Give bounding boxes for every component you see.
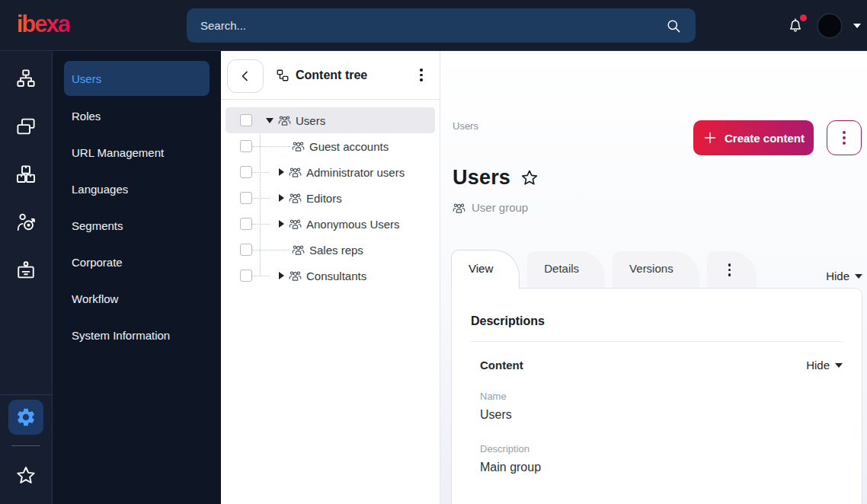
menu-item-label: System Information [72, 329, 170, 342]
tab-label: Details [544, 262, 579, 275]
tree-row-users[interactable]: Users [226, 107, 435, 133]
bookmarks-button[interactable] [8, 458, 43, 493]
user-menu-caret-icon[interactable] [853, 24, 861, 28]
content-tree-panel: Content tree Users Guest accounts [221, 51, 440, 504]
top-bar: ibexa [0, 0, 867, 51]
global-search[interactable] [187, 8, 696, 43]
tab-more-options[interactable] [707, 251, 757, 289]
menu-item-segments[interactable]: Segments [64, 207, 210, 244]
tab-details[interactable]: Details [527, 251, 605, 289]
user-group-icon [289, 270, 302, 282]
user-group-icon [289, 166, 302, 178]
notifications-button[interactable] [786, 16, 806, 36]
menu-item-workflow[interactable]: Workflow [64, 280, 210, 317]
tree-row-sales-reps[interactable]: Sales reps [226, 237, 435, 263]
menu-item-users[interactable]: Users [64, 61, 210, 96]
breadcrumb[interactable]: Users [453, 120, 478, 132]
row-checkbox[interactable] [240, 270, 252, 282]
menu-item-label: Users [72, 72, 101, 85]
tree-row-label: Sales reps [309, 244, 363, 257]
ibexa-logo[interactable]: ibexa [17, 11, 69, 38]
tab-label: Versions [629, 262, 673, 275]
expander-down-icon[interactable] [266, 118, 274, 123]
menu-item-label: Segments [72, 219, 123, 232]
tree-guide [252, 146, 290, 147]
row-checkbox[interactable] [240, 166, 252, 178]
user-group-icon [289, 218, 302, 230]
tree-row-label: Consultants [306, 270, 366, 282]
tree-icon [276, 69, 290, 82]
rail-divider [0, 394, 52, 395]
menu-item-corporate[interactable]: Corporate [64, 244, 210, 280]
tree-row-guest-accounts[interactable]: Guest accounts [226, 133, 435, 159]
tree-row-label: Editors [306, 192, 342, 205]
menu-item-roles[interactable]: Roles [64, 97, 210, 134]
bookmark-star-icon[interactable] [520, 168, 539, 188]
tree-guide [252, 224, 270, 225]
admin-menu: Users Roles URL Management Languages Seg… [53, 51, 221, 504]
pages-icon[interactable] [8, 109, 43, 144]
content-type-row: User group [453, 201, 528, 214]
field-value: Users [480, 408, 843, 422]
content-options-button[interactable] [827, 120, 862, 155]
menu-item-url-management[interactable]: URL Management [64, 134, 210, 171]
search-icon[interactable] [665, 18, 682, 34]
row-checkbox[interactable] [240, 192, 252, 204]
card-heading: Descriptions [471, 314, 843, 328]
row-checkbox[interactable] [240, 140, 252, 152]
content-section-header: Content Hide [480, 359, 843, 372]
gear-icon [15, 407, 37, 428]
create-content-button[interactable]: Create content [693, 120, 814, 155]
expander-right-icon[interactable] [279, 220, 284, 228]
field-label: Name [480, 391, 843, 402]
section-title: Content [480, 359, 523, 372]
audience-icon[interactable] [8, 205, 43, 240]
section-hide-toggle[interactable]: Hide [806, 359, 843, 372]
expander-right-icon[interactable] [279, 194, 284, 202]
star-icon [14, 464, 37, 487]
field-name: Name Users [480, 391, 843, 422]
menu-item-label: Roles [72, 110, 101, 123]
row-checkbox[interactable] [240, 218, 252, 230]
products-icon[interactable] [8, 157, 43, 192]
search-input[interactable] [200, 19, 665, 32]
expander-right-icon[interactable] [279, 272, 284, 279]
field-value: Main group [480, 461, 843, 474]
menu-item-languages[interactable]: Languages [64, 171, 210, 207]
collapse-tree-button[interactable] [227, 59, 264, 93]
content-tree-title: Content tree [276, 69, 367, 82]
view-card: Descriptions Content Hide Name Users Des… [451, 288, 862, 504]
chevron-left-icon [237, 68, 254, 85]
row-checkbox[interactable] [240, 114, 252, 126]
hide-toggle[interactable]: Hide [826, 270, 862, 282]
row-checkbox[interactable] [240, 244, 252, 256]
menu-item-label: Workflow [72, 292, 118, 305]
user-avatar[interactable] [817, 13, 843, 39]
content-tree-header: Content tree [221, 51, 440, 100]
main-content: Users Create content Users User group Vi… [440, 51, 867, 504]
expander-right-icon[interactable] [279, 168, 284, 176]
admin-gear-button[interactable] [8, 400, 43, 435]
user-group-icon [453, 202, 465, 214]
tree-options-button[interactable] [411, 63, 432, 88]
tree-row-editors[interactable]: Editors [226, 185, 435, 211]
tab-versions[interactable]: Versions [613, 251, 699, 289]
tree-guide [252, 172, 270, 173]
content-tree-title-text: Content tree [296, 69, 367, 82]
tree-row-anonymous-users[interactable]: Anonymous Users [226, 211, 435, 237]
tree-row-consultants[interactable]: Consultants [226, 263, 435, 289]
tree-guide [252, 198, 270, 199]
tabs-row: View Details Versions Hide [451, 250, 862, 289]
create-content-label: Create content [725, 132, 805, 145]
menu-item-label: Languages [72, 183, 128, 196]
content-structure-icon[interactable] [8, 61, 43, 96]
hide-label: Hide [826, 270, 849, 282]
tree-row-administrator-users[interactable]: Administrator users [226, 159, 435, 185]
menu-item-system-information[interactable]: System Information [64, 317, 210, 353]
ibexa-admin-page: ibexa [0, 0, 867, 504]
tab-view[interactable]: View [451, 250, 520, 289]
user-group-icon [292, 140, 305, 152]
tree-row-label: Guest accounts [309, 140, 389, 153]
corporate-badge-icon[interactable] [8, 253, 43, 288]
page-title-row: Users [453, 166, 539, 190]
